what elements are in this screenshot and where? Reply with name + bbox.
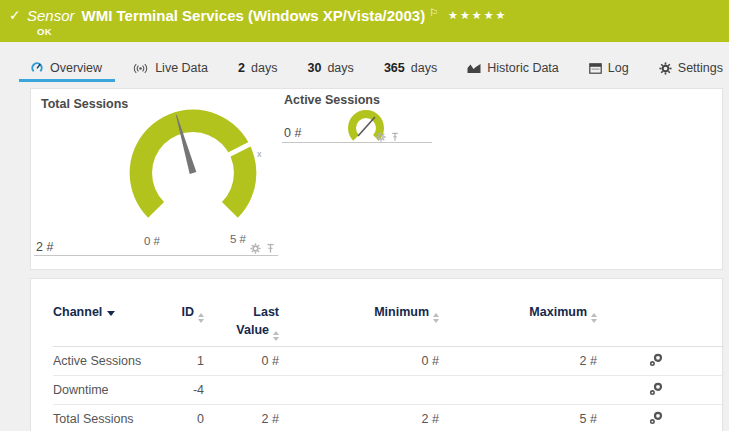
sort-icon [591,313,597,323]
tab-label: Overview [50,61,102,75]
pin-icon[interactable] [391,132,399,142]
sensor-header: ✓ Sensor WMI Terminal Services (Windows … [0,0,729,42]
total-sessions-gauge [115,95,271,251]
gauge-needle [358,117,375,136]
column-header-maximum[interactable]: Maximum [443,303,601,347]
cell-minimum [283,376,443,405]
active-sessions-value: 0 # [284,126,301,140]
tab-label: Historic Data [487,61,559,75]
total-sessions-value: 2 # [36,240,53,254]
tab-log[interactable]: Log [589,61,629,75]
gauge-settings-gear-icon[interactable] [376,132,386,142]
status-ok-check-icon: ✓ [9,7,21,23]
column-header-minimum[interactable]: Minimum [283,303,443,347]
flag-icon: ⚐ [429,7,438,18]
tab-2-days[interactable]: 2 days [238,61,277,75]
cell-channel: Downtime [53,376,173,405]
tab-live-data[interactable]: Live Data [132,61,208,75]
gauge-settings-gear-icon[interactable] [250,243,261,254]
cell-channel: Total Sessions [53,405,173,431]
sort-desc-icon [107,311,115,316]
gauge-icon [30,61,44,75]
sort-icon [273,331,279,341]
log-icon [589,63,602,74]
divider [34,255,278,256]
cell-id: -4 [173,376,208,405]
cell-id: 0 [173,405,208,431]
table-header-row: Channel ID Last Value Minimum Maximum [53,303,724,347]
pin-icon[interactable] [266,243,275,254]
cell-last-value [208,376,283,405]
object-kind-label: Sensor [27,7,75,24]
sort-icon [433,313,439,323]
cell-channel: Active Sessions [53,347,173,376]
channels-panel: Channel ID Last Value Minimum Maximum [30,278,723,431]
table-row[interactable]: Total Sessions 0 2 # 2 # 5 # [53,405,724,431]
tab-label: Log [608,61,629,75]
column-label: Last [253,305,279,319]
cell-last-value: 0 # [208,347,283,376]
cell-minimum: 0 # [283,347,443,376]
channel-settings-icon[interactable] [649,411,663,425]
tab-label: Live Data [155,61,208,75]
prtg-sensor-page: ✓ Sensor WMI Terminal Services (Windows … [0,0,729,431]
chart-icon [467,62,481,74]
channel-settings-icon[interactable] [649,353,663,367]
tab-label: days [251,61,277,75]
cell-id: 1 [173,347,208,376]
tab-label: days [327,61,353,75]
channel-settings-icon[interactable] [649,382,663,396]
page-title: WMI Terminal Services (Windows XP/Vista/… [82,7,426,24]
cell-maximum: 5 # [443,405,601,431]
status-badge: OK [37,26,52,37]
tab-bar: Overview Live Data 2 days 30 days 365 da… [30,57,723,79]
tab-label-number: 2 [238,61,245,75]
gauge-tools-active [376,132,399,142]
tab-365-days[interactable]: 365 days [384,61,437,75]
priority-stars[interactable]: ★★★★★ [448,9,507,22]
divider [282,142,432,143]
column-header-last-value[interactable]: Last Value [208,303,283,347]
column-label: Minimum [374,305,429,319]
column-label: Channel [53,305,102,319]
table-row[interactable]: Active Sessions 1 0 # 0 # 2 # [53,347,724,376]
tab-historic-data[interactable]: Historic Data [467,61,559,75]
gauges-panel: Total Sessions x 0 # 5 # 2 # [30,88,723,270]
gear-icon [659,62,672,75]
column-header-channel[interactable]: Channel [53,303,173,347]
tab-30-days[interactable]: 30 days [308,61,354,75]
column-label: Value [236,323,269,337]
tab-label: days [411,61,437,75]
tab-settings[interactable]: Settings [659,61,723,75]
cell-minimum: 2 # [283,405,443,431]
tab-overview[interactable]: Overview [30,61,102,75]
gauge-marker-x: x [257,149,262,159]
table-row[interactable]: Downtime -4 [53,376,724,405]
sort-icon [198,313,204,323]
column-header-id[interactable]: ID [173,303,208,347]
column-label: Maximum [529,305,587,319]
column-label: ID [182,305,195,319]
channels-table: Channel ID Last Value Minimum Maximum [53,303,724,431]
gauge-tools-total [250,243,275,254]
cell-maximum [443,376,601,405]
tab-label-number: 30 [308,61,322,75]
column-header-actions [601,303,724,347]
gauge-scale-min: 0 # [144,235,160,247]
cell-last-value: 2 # [208,405,283,431]
tab-label: Settings [678,61,723,75]
tab-label-number: 365 [384,61,405,75]
signal-icon [132,62,149,75]
gauge-scale-max: 5 # [230,233,246,245]
cell-maximum: 2 # [443,347,601,376]
